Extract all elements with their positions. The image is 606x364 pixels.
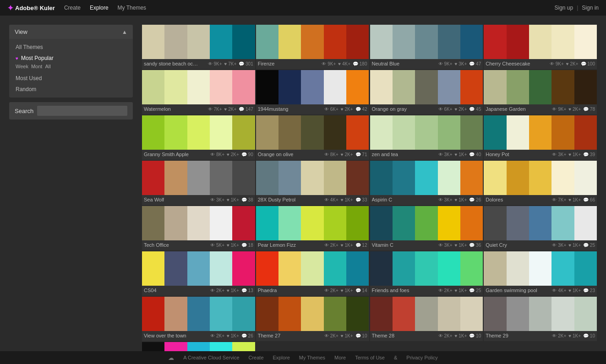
timefilter-all[interactable]: All xyxy=(45,64,50,69)
color-swatch xyxy=(324,115,346,150)
comments-stat: 💬 26 xyxy=(469,197,481,202)
theme-card[interactable]: Theme 27 👁 2K+ ♥ 1K+ 💬 10 xyxy=(256,297,369,341)
theme-stats: 👁 4K+ ♥ 1K+ 💬 33 xyxy=(324,197,367,202)
likes-stat: ♥ 1K+ xyxy=(341,197,353,202)
color-swatch xyxy=(574,161,597,195)
sidebar-item-mostpopular[interactable]: ♥ Most Popular xyxy=(9,53,133,64)
search-label: Search xyxy=(15,108,33,114)
color-strip xyxy=(256,206,369,240)
theme-card[interactable]: Granny Smith Apple 👁 8K+ ♥ 2K+ 💬 90 xyxy=(142,115,255,160)
likes-stat: ♥ 1K+ xyxy=(455,333,467,338)
likes-stat: ♥ 1K+ xyxy=(227,197,239,202)
theme-card[interactable]: Neutral Blue 👁 9K+ ♥ 3K+ 💬 47 xyxy=(370,25,483,69)
color-swatch xyxy=(370,70,393,104)
theme-card[interactable]: View over the town 👁 2K+ ♥ 1K+ 💬 26 xyxy=(142,297,255,341)
theme-card[interactable]: Friends and foes 👁 2K+ ♥ 1K+ 💬 25 xyxy=(370,251,483,296)
theme-stats: 👁 7K+ ♥ 1K+ 💬 66 xyxy=(552,197,595,202)
theme-card[interactable]: Watermelon 👁 7K+ ♥ 2K+ 💬 147 xyxy=(142,70,255,114)
color-swatch xyxy=(346,251,369,286)
theme-info: Aspirin C 👁 3K+ ♥ 1K+ 💬 26 xyxy=(370,195,483,205)
color-strip xyxy=(142,251,255,286)
footer-create[interactable]: Create xyxy=(249,355,264,360)
comments-stat: 💬 10 xyxy=(469,333,481,338)
timefilter-week[interactable]: Week xyxy=(16,64,28,69)
sidebar-item-allthemes[interactable]: All Themes xyxy=(9,42,133,53)
comments-stat: 💬 71 xyxy=(355,152,367,157)
theme-card[interactable]: Theme 28 👁 2K+ ♥ 1K+ 💬 10 xyxy=(370,297,483,341)
footer-mythemes[interactable]: My Themes xyxy=(299,355,325,360)
theme-card[interactable]: Cherry Cheesecake 👁 9K+ ♥ 2K+ 💬 100 xyxy=(484,25,597,69)
color-swatch xyxy=(460,25,483,59)
color-swatch xyxy=(142,161,164,195)
theme-card[interactable]: Aspirin C 👁 3K+ ♥ 1K+ 💬 26 xyxy=(370,161,483,205)
footer-terms[interactable]: Terms of Use xyxy=(355,355,385,360)
theme-card[interactable]: zen and tea 👁 3K+ ♥ 1K+ 💬 40 xyxy=(370,115,483,160)
theme-card[interactable]: Vitamin C 👁 3K+ ♥ 1K+ 💬 36 xyxy=(370,206,483,250)
color-strip xyxy=(256,297,369,331)
color-strip xyxy=(256,251,369,286)
likes-stat: ♥ 3K+ xyxy=(455,61,467,66)
theme-card[interactable]: sandy stone beach ocean diver 👁 9K+ ♥ 7K… xyxy=(142,25,255,69)
theme-card[interactable]: Firenze 👁 9K+ ♥ 4K+ 💬 180 xyxy=(256,25,369,69)
theme-card[interactable]: 28X Dusty Petrol 👁 4K+ ♥ 1K+ 💬 33 xyxy=(256,161,369,205)
close-icon[interactable]: ▲ xyxy=(122,29,127,35)
search-input[interactable] xyxy=(37,106,127,116)
sidebar-item-random[interactable]: Random xyxy=(9,84,133,95)
nav-mythemes[interactable]: My Themes xyxy=(118,5,146,11)
comments-stat: 💬 100 xyxy=(581,61,595,66)
color-swatch xyxy=(164,297,187,331)
theme-card[interactable]: Phaedra 👁 2K+ ♥ 1K+ 💬 14 xyxy=(256,251,369,296)
theme-card[interactable]: Quiet Cry 👁 3K+ ♥ 1K+ 💬 25 xyxy=(484,206,597,250)
color-swatch xyxy=(210,251,232,286)
signup-link[interactable]: Sign up xyxy=(554,5,573,11)
theme-stats: 👁 4K+ ♥ 1K+ 💬 23 xyxy=(552,288,595,293)
theme-info: Sea Wolf 👁 3K+ ♥ 1K+ 💬 38 xyxy=(142,195,255,205)
color-swatch xyxy=(460,115,483,150)
theme-stats: 👁 2K+ ♥ 1K+ 💬 14 xyxy=(324,288,367,293)
likes-stat: ♥ 1K+ xyxy=(341,288,353,293)
sidebar-item-mostused[interactable]: Most Used xyxy=(9,73,133,84)
footer-privacy[interactable]: Privacy Policy xyxy=(406,355,437,360)
color-swatch xyxy=(210,115,232,150)
color-swatch xyxy=(484,25,506,59)
color-swatch xyxy=(484,206,506,240)
color-strip xyxy=(484,206,597,240)
theme-card[interactable]: CS04 👁 2K+ ♥ 1K+ 💬 13 xyxy=(142,251,255,296)
color-swatch xyxy=(346,161,369,195)
color-swatch xyxy=(393,206,415,240)
signin-link[interactable]: Sign in xyxy=(582,5,599,11)
theme-name: zen and tea xyxy=(372,152,399,157)
theme-stats: 👁 8K+ ♥ 2K+ 💬 71 xyxy=(324,152,367,157)
theme-card[interactable]: Orange on olive 👁 8K+ ♥ 2K+ 💬 71 xyxy=(256,115,369,160)
theme-info: Orange on olive 👁 8K+ ♥ 2K+ 💬 71 xyxy=(256,150,369,160)
color-swatch xyxy=(232,297,255,331)
color-swatch xyxy=(574,70,597,104)
footer-more[interactable]: More xyxy=(334,355,346,360)
theme-card[interactable]: Garden swimming pool 👁 4K+ ♥ 1K+ 💬 23 xyxy=(484,251,597,296)
theme-info: Neutral Blue 👁 9K+ ♥ 3K+ 💬 47 xyxy=(370,59,483,69)
color-swatch xyxy=(187,115,210,150)
theme-card[interactable]: Honey Pot 👁 3K+ ♥ 1K+ 💬 39 xyxy=(484,115,597,160)
theme-card[interactable]: Tech Office 👁 5K+ ♥ 1K+ 💬 18 xyxy=(142,206,255,250)
color-swatch xyxy=(460,251,483,286)
theme-card[interactable]: Orange on gray 👁 6K+ ♥ 2K+ 💬 45 xyxy=(370,70,483,114)
theme-card[interactable]: Pear Lemon Fizz 👁 2K+ ♥ 1K+ 💬 12 xyxy=(256,206,369,250)
theme-card[interactable]: Dolores 👁 7K+ ♥ 1K+ 💬 66 xyxy=(484,161,597,205)
views-stat: 👁 4K+ xyxy=(324,197,338,202)
theme-card[interactable]: Japanese Garden 👁 9K+ ♥ 2K+ 💬 78 xyxy=(484,70,597,114)
color-strip xyxy=(484,251,597,286)
theme-stats: 👁 2K+ ♥ 1K+ 💬 25 xyxy=(438,288,481,293)
theme-card[interactable]: Theme 29 👁 2K+ ♥ 1K+ 💬 10 xyxy=(484,297,597,341)
comments-stat: 💬 301 xyxy=(239,61,253,66)
nav-explore[interactable]: Explore xyxy=(90,5,109,11)
color-swatch xyxy=(484,251,506,286)
footer-explore[interactable]: Explore xyxy=(273,355,290,360)
theme-card[interactable]: 1944mustang 👁 6K+ ♥ 2K+ 💬 42 xyxy=(256,70,369,114)
nav-create[interactable]: Create xyxy=(64,5,81,11)
theme-name: Honey Pot xyxy=(486,152,509,157)
footer-amp: & xyxy=(394,355,397,360)
timefilter-month[interactable]: Mont xyxy=(31,64,42,69)
views-stat: 👁 3K+ xyxy=(438,197,453,202)
theme-card[interactable]: Sea Wolf 👁 3K+ ♥ 1K+ 💬 38 xyxy=(142,161,255,205)
likes-stat: ♥ 1K+ xyxy=(455,243,467,248)
